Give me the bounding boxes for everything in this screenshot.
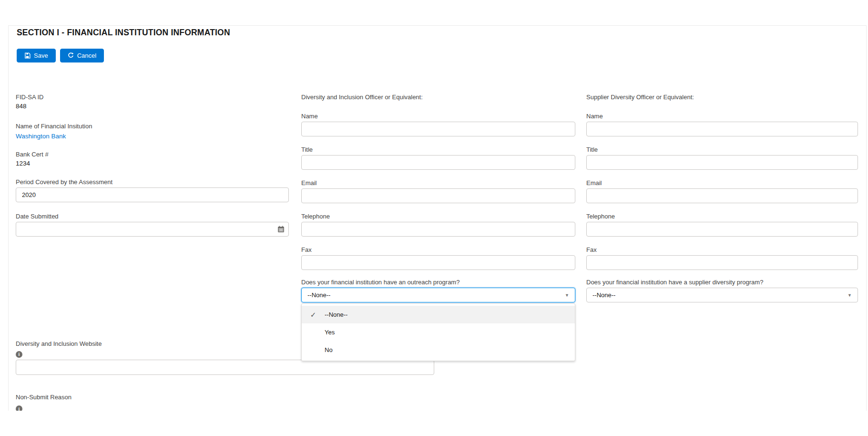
field-sd-telephone: Telephone (586, 213, 858, 237)
field-sd-name: Name (586, 113, 858, 136)
page-title: SECTION I - FINANCIAL INSTITUTION INFORM… (17, 28, 230, 38)
field-outreach-program: Does your financial institution have an … (301, 279, 575, 302)
info-icon[interactable]: i (16, 351, 22, 358)
check-icon: ✓ (302, 311, 325, 319)
field-di-email: Email (301, 179, 575, 203)
di-title-label: Title (301, 146, 575, 153)
sd-telephone-label: Telephone (586, 213, 858, 220)
section-card: SECTION I - FINANCIAL INSTITUTION INFORM… (8, 25, 867, 411)
refresh-icon (68, 52, 74, 59)
di-fax-input[interactable] (301, 255, 575, 270)
di-email-input[interactable] (301, 188, 575, 203)
field-di-title: Title (301, 146, 575, 170)
cancel-button[interactable]: Cancel (60, 49, 104, 62)
info-icon[interactable]: i (16, 405, 22, 411)
dropdown-option-label: Yes (325, 329, 335, 336)
calendar-icon[interactable] (277, 226, 285, 233)
outreach-program-value: --None-- (307, 291, 330, 299)
field-period-covered: Period Covered by the Assessment (16, 178, 289, 202)
outreach-program-label: Does your financial institution have an … (301, 279, 575, 286)
period-covered-label: Period Covered by the Assessment (16, 178, 289, 186)
dropdown-option-none[interactable]: ✓ --None-- (302, 306, 575, 323)
institution-name-link[interactable]: Washington Bank (16, 133, 66, 140)
outreach-program-dropdown: ✓ --None-- Yes No (301, 303, 575, 361)
institution-name-label: Name of Financial Insitution (16, 123, 289, 130)
di-name-label: Name (301, 113, 575, 120)
field-date-submitted: Date Submitted (16, 213, 289, 237)
field-sd-fax: Fax (586, 246, 858, 270)
di-telephone-label: Telephone (301, 213, 575, 220)
chevron-down-icon: ▼ (848, 293, 852, 298)
field-di-name: Name (301, 113, 575, 136)
diversity-officer-header: Diversity and Inclusion Officer or Equiv… (301, 93, 575, 101)
non-submit-reason-label: Non-Submit Reason (16, 394, 289, 401)
outreach-program-combobox[interactable]: --None-- ▼ (301, 288, 575, 302)
field-di-telephone: Telephone (301, 213, 575, 237)
field-fid-sa-id: FID-SA ID 848 (16, 93, 289, 110)
sd-title-input[interactable] (586, 155, 858, 170)
date-submitted-label: Date Submitted (16, 213, 289, 220)
field-institution-name: Name of Financial Insitution Washington … (16, 123, 289, 140)
save-button[interactable]: Save (17, 49, 56, 62)
period-covered-input[interactable] (16, 187, 289, 202)
field-bank-cert: Bank Cert # 1234 (16, 151, 289, 167)
field-non-submit-reason: Non-Submit Reason i (16, 394, 289, 411)
supplier-diversity-program-label: Does your financial institution have a s… (586, 279, 858, 286)
sd-fax-input[interactable] (586, 255, 858, 270)
sd-email-input[interactable] (586, 188, 858, 203)
save-button-label: Save (34, 52, 48, 59)
field-sd-email: Email (586, 179, 858, 203)
di-telephone-input[interactable] (301, 222, 575, 237)
save-icon (24, 52, 31, 59)
dropdown-option-no[interactable]: No (302, 341, 575, 359)
sd-title-label: Title (586, 146, 858, 153)
sd-email-label: Email (586, 179, 858, 187)
supplier-diversity-program-value: --None-- (592, 291, 615, 299)
chevron-down-icon: ▼ (565, 293, 569, 298)
sd-telephone-input[interactable] (586, 222, 858, 237)
dropdown-option-label: No (325, 346, 333, 353)
diversity-website-input[interactable] (16, 360, 434, 375)
supplier-officer-header: Supplier Diversity Officer or Equivalent… (586, 93, 858, 101)
bank-cert-value: 1234 (16, 160, 289, 167)
di-name-input[interactable] (301, 122, 575, 136)
di-email-label: Email (301, 179, 575, 187)
fid-sa-id-label: FID-SA ID (16, 93, 289, 101)
fid-sa-id-value: 848 (16, 103, 289, 110)
bank-cert-label: Bank Cert # (16, 151, 289, 158)
di-fax-label: Fax (301, 246, 575, 253)
toolbar: Save Cancel (17, 49, 104, 62)
field-di-fax: Fax (301, 246, 575, 270)
date-submitted-input[interactable] (16, 222, 289, 237)
sd-name-input[interactable] (586, 122, 858, 136)
sd-fax-label: Fax (586, 246, 858, 253)
dropdown-option-yes[interactable]: Yes (302, 323, 575, 341)
field-supplier-diversity-program: Does your financial institution have a s… (586, 279, 858, 302)
sd-name-label: Name (586, 113, 858, 120)
dropdown-option-label: --None-- (325, 311, 347, 318)
di-title-input[interactable] (301, 155, 575, 170)
cancel-button-label: Cancel (77, 52, 96, 59)
supplier-diversity-program-combobox[interactable]: --None-- ▼ (586, 288, 858, 302)
field-sd-title: Title (586, 146, 858, 170)
